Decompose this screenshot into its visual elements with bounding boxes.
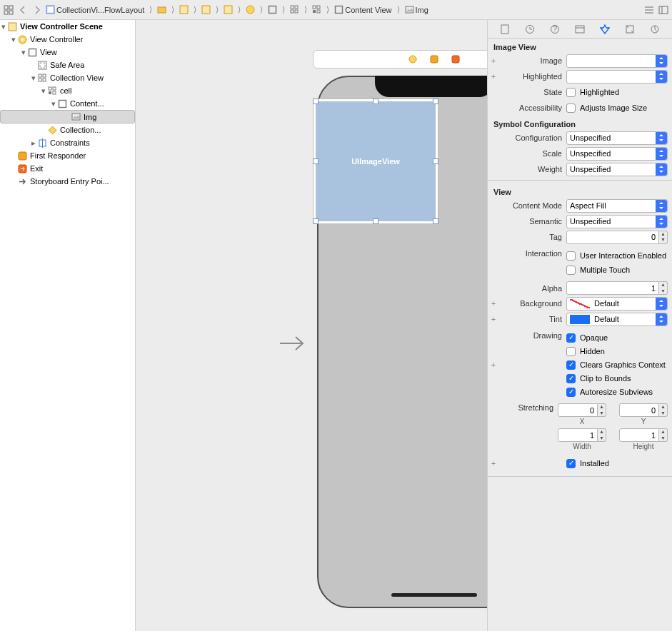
dock-exit-icon[interactable] [451, 55, 460, 64]
symbol-weight-select[interactable]: Unspecified [566, 163, 668, 176]
cell-icon[interactable] [312, 5, 321, 14]
resize-handle[interactable] [373, 218, 378, 224]
background-select[interactable]: Default [566, 297, 668, 311]
crumb-contentview[interactable]: Content View [334, 5, 391, 14]
resize-handle[interactable] [433, 218, 438, 224]
scene-icon[interactable] [179, 5, 189, 14]
outline-safearea[interactable]: Safe Area [0, 59, 135, 71]
outline-entrypoint[interactable]: Storyboard Entry Poi... [0, 175, 135, 188]
add-icon[interactable]: + [489, 360, 498, 369]
resize-handle[interactable] [433, 158, 438, 164]
scene-dock[interactable] [313, 50, 488, 69]
outline-view[interactable]: ▾View [0, 46, 135, 59]
document-outline[interactable]: ▾ View Controller Scene ▾View Controller… [0, 20, 136, 631]
outline-img[interactable]: Img [0, 110, 135, 123]
add-icon[interactable]: + [489, 72, 498, 81]
file-inspector-icon[interactable] [499, 24, 511, 35]
stepper-icon[interactable]: ▲▼ [659, 281, 668, 295]
symbol-config-select[interactable]: Unspecified [566, 131, 668, 145]
disclosure-triangle-icon[interactable]: ▾ [20, 48, 27, 57]
collectionview-cell[interactable]: UIImageView [313, 99, 438, 224]
tint-select[interactable]: Default [566, 313, 668, 326]
help-inspector-icon[interactable]: ? [549, 24, 561, 35]
outline-contentview[interactable]: ▾Content... [0, 97, 135, 110]
stretch-h-input[interactable] [619, 428, 659, 442]
disclosure-triangle-icon[interactable]: ▸ [30, 138, 37, 148]
installed-checkbox[interactable] [566, 459, 576, 468]
user-interaction-checkbox[interactable] [566, 251, 576, 261]
outline-toggle-icon[interactable] [643, 4, 655, 16]
outline-constraints[interactable]: ▸Constraints [0, 136, 135, 149]
outline-exit[interactable]: Exit [0, 162, 135, 175]
dock-vc-icon[interactable] [408, 55, 417, 64]
forward-icon[interactable] [31, 4, 43, 16]
add-icon[interactable]: + [489, 315, 498, 323]
outline-cell[interactable]: ▾cell [0, 84, 135, 97]
outline-firstresponder[interactable]: First Responder [0, 149, 135, 162]
highlighted-select[interactable] [566, 70, 668, 84]
vc-icon[interactable] [201, 5, 211, 14]
semantic-select[interactable]: Unspecified [566, 215, 668, 228]
outline-collectionview[interactable]: ▾Collection View [0, 71, 135, 84]
hidden-checkbox[interactable] [566, 347, 576, 356]
state-highlighted-checkbox[interactable] [566, 88, 576, 97]
resize-handle[interactable] [373, 99, 378, 104]
contentmode-select[interactable]: Aspect Fill [566, 199, 668, 213]
view-icon[interactable] [224, 5, 233, 14]
stepper-icon[interactable]: ▲▼ [598, 428, 606, 442]
svg-rect-49 [452, 56, 459, 63]
alpha-input[interactable] [566, 281, 659, 295]
collectionview-icon[interactable] [290, 5, 299, 14]
back-icon[interactable] [17, 4, 29, 16]
autoresize-checkbox[interactable] [566, 388, 576, 397]
clip-bounds-checkbox[interactable] [566, 374, 576, 383]
dock-firstresponder-icon[interactable] [430, 55, 438, 64]
stepper-icon[interactable]: ▲▼ [659, 428, 668, 442]
multiple-touch-checkbox[interactable] [566, 266, 576, 275]
opaque-checkbox[interactable] [566, 333, 576, 343]
attributes-inspector-icon[interactable] [599, 24, 611, 35]
related-items-icon[interactable] [3, 4, 14, 16]
stretch-x-input[interactable] [558, 403, 598, 417]
resize-handle[interactable] [433, 99, 438, 104]
entry-arrow-icon[interactable] [279, 334, 307, 353]
add-icon[interactable]: + [489, 459, 498, 468]
add-icon[interactable]: + [489, 299, 498, 308]
resize-handle[interactable] [313, 218, 319, 224]
outline-collection-layout[interactable]: Collection... [0, 123, 135, 136]
crumb-img[interactable]: Img [405, 5, 428, 14]
symbol-scale-select[interactable]: Unspecified [566, 147, 668, 161]
crumb-storyboard[interactable]: CollectionVi...FlowLayout [46, 5, 144, 14]
stepper-icon[interactable]: ▲▼ [659, 403, 668, 417]
resize-handle[interactable] [313, 99, 319, 104]
outline-viewcontroller[interactable]: ▾View Controller [0, 33, 135, 46]
view-square-icon[interactable] [268, 5, 277, 14]
disclosure-triangle-icon[interactable]: ▾ [50, 99, 57, 108]
add-icon[interactable]: + [489, 56, 498, 65]
stepper-icon[interactable]: ▲▼ [598, 403, 606, 417]
scene-folder-icon[interactable] [157, 5, 166, 14]
tag-input[interactable] [566, 231, 659, 244]
adjust-editor-icon[interactable] [658, 4, 669, 16]
disclosure-triangle-icon[interactable]: ▾ [30, 74, 37, 83]
disclosure-triangle-icon[interactable]: ▾ [0, 22, 7, 31]
svg-rect-11 [269, 6, 276, 14]
accessibility-adjusts-checkbox[interactable] [566, 104, 576, 113]
ib-canvas[interactable]: UIImageView [136, 20, 488, 631]
disclosure-triangle-icon[interactable]: ▾ [40, 86, 47, 96]
stretch-w-input[interactable] [558, 428, 598, 442]
history-inspector-icon[interactable] [524, 24, 536, 35]
vc-circle-icon[interactable] [246, 5, 255, 14]
stepper-icon[interactable]: ▲▼ [659, 231, 668, 244]
image-select[interactable] [566, 54, 668, 68]
connections-inspector-icon[interactable] [649, 24, 661, 35]
disclosure-triangle-icon[interactable]: ▾ [10, 35, 17, 44]
clears-gc-checkbox[interactable] [566, 360, 576, 370]
scene-header[interactable]: ▾ View Controller Scene [0, 20, 135, 33]
uiimageview[interactable]: UIImageView [316, 101, 436, 221]
resize-handle[interactable] [313, 158, 319, 164]
size-inspector-icon[interactable] [624, 24, 636, 35]
svg-rect-40 [53, 91, 56, 94]
stretch-y-input[interactable] [619, 403, 659, 417]
identity-inspector-icon[interactable] [574, 24, 586, 35]
